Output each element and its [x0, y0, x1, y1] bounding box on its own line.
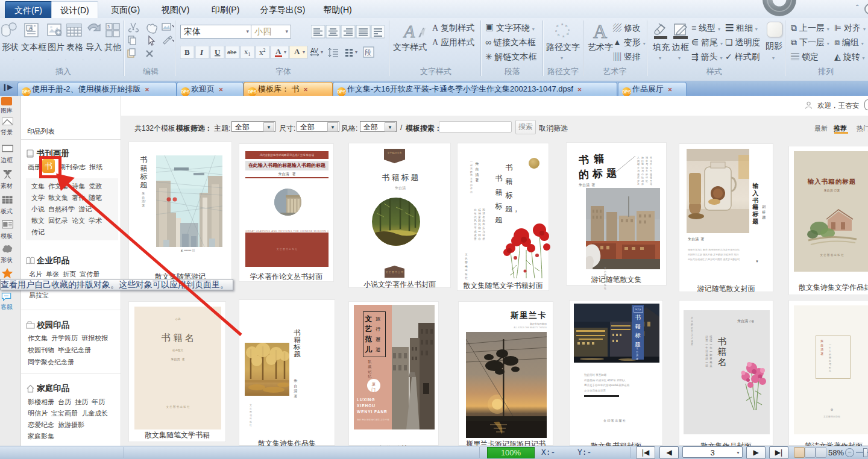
- svg-text:d: d: [556, 24, 558, 28]
- svg-text:abe: abe: [227, 48, 236, 55]
- svg-text:a: a: [562, 34, 565, 38]
- svg-text:I: I: [200, 48, 204, 57]
- svg-text:A: A: [275, 47, 281, 56]
- svg-text:A: A: [403, 21, 415, 41]
- svg-text:c: c: [555, 29, 557, 33]
- svg-text:c: c: [568, 28, 570, 31]
- svg-text:B: B: [184, 48, 190, 57]
- svg-text:A: A: [29, 25, 33, 31]
- svg-text:▾: ▾: [284, 49, 286, 55]
- svg-text:b: b: [558, 33, 560, 37]
- svg-text:A: A: [294, 47, 300, 56]
- svg-text:▾: ▾: [321, 49, 323, 55]
- svg-text:▾: ▾: [355, 49, 357, 55]
- svg-text:U: U: [215, 48, 221, 57]
- svg-text:A: A: [593, 20, 607, 41]
- svg-text:AV: AV: [310, 48, 318, 54]
- svg-text:a: a: [561, 22, 564, 26]
- svg-text:3: 3: [107, 25, 110, 29]
- svg-text:▾: ▾: [303, 49, 305, 55]
- svg-text:d: d: [567, 32, 568, 36]
- svg-text:段: 段: [365, 49, 371, 56]
